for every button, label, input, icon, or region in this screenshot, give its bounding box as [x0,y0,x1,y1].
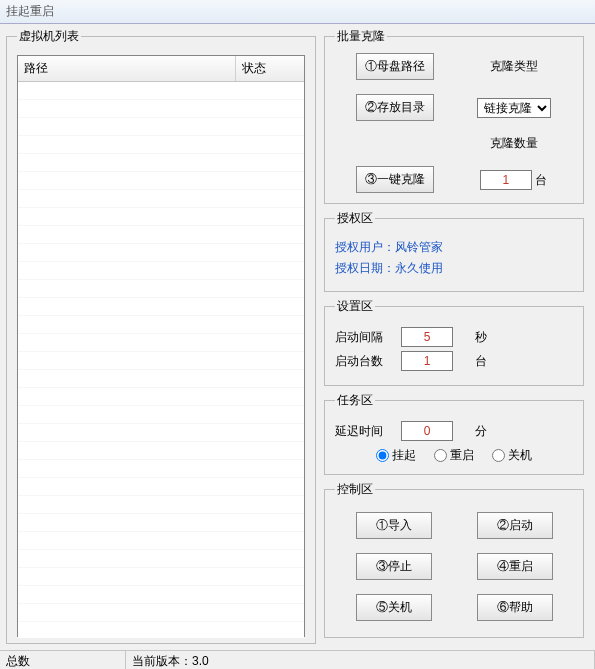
start-button[interactable]: ②启动 [477,512,553,539]
vm-list-legend: 虚拟机列表 [17,28,81,45]
interval-label: 启动间隔 [335,329,393,346]
start-count-label: 启动台数 [335,353,393,370]
radio-suspend[interactable] [376,449,389,462]
restart-button[interactable]: ④重启 [477,553,553,580]
title-bar: 挂起重启 [0,0,595,24]
settings-legend: 设置区 [335,298,375,315]
auth-date: 授权日期：永久使用 [335,260,573,277]
clone-group: 批量克隆 ①母盘路径 克隆类型 ②存放目录 链接克隆 克隆数量 ③一键克隆 台 [324,28,584,204]
start-count-unit: 台 [475,353,487,370]
auth-legend: 授权区 [335,210,375,227]
stop-button[interactable]: ③停止 [356,553,432,580]
clone-count-input[interactable] [480,170,532,190]
status-version: 当前版本：3.0 [126,651,595,669]
task-group: 任务区 延迟时间 分 挂起 重启 关机 [324,392,584,475]
shutdown-button[interactable]: ⑤关机 [356,594,432,621]
radio-suspend-label[interactable]: 挂起 [376,447,416,464]
col-status[interactable]: 状态 [236,56,304,81]
delay-unit: 分 [475,423,487,440]
interval-unit: 秒 [475,329,487,346]
radio-shutdown-label[interactable]: 关机 [492,447,532,464]
control-legend: 控制区 [335,481,375,498]
auth-group: 授权区 授权用户：风铃管家 授权日期：永久使用 [324,210,584,292]
clone-legend: 批量克隆 [335,28,387,45]
clone-count-unit: 台 [535,173,547,187]
radio-restart[interactable] [434,449,447,462]
auth-user: 授权用户：风铃管家 [335,239,573,256]
storage-dir-button[interactable]: ②存放目录 [356,94,434,121]
start-count-input[interactable] [401,351,453,371]
main-area: 虚拟机列表 路径 状态 批量克隆 ①母盘路径 克隆类型 ②存放目录 链接克隆 [0,24,595,650]
status-bar: 总数 当前版本：3.0 [0,650,595,669]
delay-label: 延迟时间 [335,423,393,440]
import-button[interactable]: ①导入 [356,512,432,539]
task-legend: 任务区 [335,392,375,409]
mother-disk-button[interactable]: ①母盘路径 [356,53,434,80]
vm-table-header: 路径 状态 [18,56,304,82]
status-total: 总数 [0,651,126,669]
window-title: 挂起重启 [6,4,54,18]
task-radio-row: 挂起 重启 关机 [335,447,573,464]
delay-input[interactable] [401,421,453,441]
clone-type-select[interactable]: 链接克隆 [477,98,551,118]
control-group: 控制区 ①导入 ②启动 ③停止 ④重启 ⑤关机 ⑥帮助 [324,481,584,638]
settings-group: 设置区 启动间隔 秒 启动台数 台 [324,298,584,386]
radio-restart-label[interactable]: 重启 [434,447,474,464]
help-button[interactable]: ⑥帮助 [477,594,553,621]
radio-shutdown[interactable] [492,449,505,462]
clone-type-label: 克隆类型 [490,58,538,75]
col-path[interactable]: 路径 [18,56,236,81]
vm-list-group: 虚拟机列表 路径 状态 [6,28,316,644]
vm-table-body[interactable] [18,82,304,638]
right-column: 批量克隆 ①母盘路径 克隆类型 ②存放目录 链接克隆 克隆数量 ③一键克隆 台 … [324,28,584,650]
interval-input[interactable] [401,327,453,347]
clone-count-label: 克隆数量 [490,135,538,152]
vm-table[interactable]: 路径 状态 [17,55,305,637]
left-column: 虚拟机列表 路径 状态 [6,28,316,650]
one-click-clone-button[interactable]: ③一键克隆 [356,166,434,193]
